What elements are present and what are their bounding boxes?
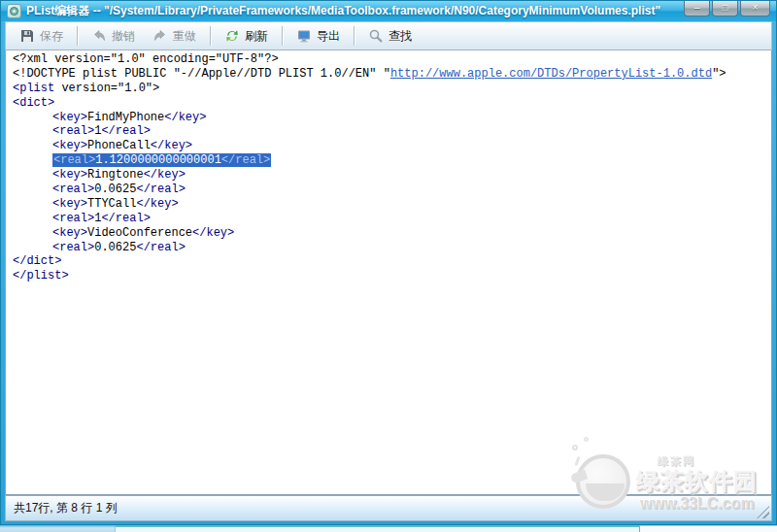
- code-segment: </plist>: [13, 269, 69, 283]
- dtd-link[interactable]: http://www.apple.com/DTDs/PropertyList-1…: [390, 67, 712, 81]
- redo-button-label: 重做: [173, 28, 196, 45]
- status-bar: 共17行, 第 8 行 1 列: [5, 495, 772, 521]
- code-line[interactable]: <key>FindMyPhone</key>: [13, 111, 771, 125]
- code-segment: Ringtone: [87, 168, 144, 182]
- export-button[interactable]: 导出: [287, 25, 349, 48]
- code-segment: <real>: [52, 183, 94, 196]
- code-segment: 0.0625: [94, 241, 136, 254]
- find-button[interactable]: 查找: [359, 25, 421, 48]
- code-segment: </real>: [136, 241, 185, 254]
- code-segment: </key>: [136, 197, 178, 211]
- code-segment: TTYCall: [87, 197, 136, 211]
- background-window-segment: [639, 525, 777, 532]
- search-icon: [368, 28, 384, 44]
- background-window-strip: [0, 525, 777, 532]
- refresh-button[interactable]: 刷新: [216, 25, 277, 48]
- code-line[interactable]: <key>Ringtone</key>: [13, 168, 771, 183]
- resize-grip[interactable]: [757, 506, 769, 518]
- redo-button[interactable]: 重做: [144, 25, 205, 48]
- plist-editor-window: PList编辑器 -- "/System/Library/PrivateFram…: [0, 0, 777, 525]
- code-segment: <plist: [13, 82, 54, 95]
- window-client-area: 保存 撤销 重做 刷新: [5, 21, 772, 521]
- code-segment: <!DOCTYPE plist PUBLIC "-//Apple//DTD PL…: [13, 67, 390, 81]
- code-line[interactable]: <real>1</real>: [13, 212, 771, 226]
- save-button-label: 保存: [40, 28, 63, 45]
- code-line-selected[interactable]: <real>1.1200000000000001</real>: [13, 153, 771, 168]
- window-controls: – □ ×: [682, 1, 770, 17]
- code-segment: <key>: [52, 168, 87, 182]
- close-button[interactable]: ×: [740, 1, 770, 17]
- status-text: 共17行, 第 8 行 1 列: [14, 500, 118, 516]
- background-window-segment: [0, 525, 115, 532]
- code-segment: <key>: [52, 226, 87, 240]
- code-line[interactable]: <real>1</real>: [13, 124, 771, 139]
- code-line[interactable]: </dict>: [13, 254, 771, 269]
- code-segment: <?xml version="1.0" encoding="UTF-8"?>: [13, 52, 279, 66]
- maximize-button[interactable]: □: [712, 1, 738, 17]
- app-icon: [7, 4, 21, 18]
- toolbar-separator: [210, 26, 211, 46]
- code-segment: <real>: [52, 124, 94, 138]
- save-button[interactable]: 保存: [11, 25, 72, 48]
- code-line[interactable]: <?xml version="1.0" encoding="UTF-8"?>: [13, 52, 771, 67]
- refresh-icon: [224, 28, 240, 44]
- toolbar-separator: [354, 26, 355, 46]
- code-segment: FindMyPhone: [87, 111, 164, 124]
- save-icon: [19, 28, 35, 44]
- code-segment: </key>: [144, 168, 186, 182]
- undo-icon: [91, 28, 107, 44]
- code-line[interactable]: <key>TTYCall</key>: [13, 197, 771, 212]
- code-line[interactable]: <dict>: [13, 96, 771, 111]
- refresh-button-label: 刷新: [245, 28, 268, 45]
- code-segment: 1.1200000000000001: [95, 153, 221, 167]
- toolbar-separator: [282, 26, 283, 46]
- minimize-button[interactable]: –: [684, 1, 710, 17]
- export-button-label: 导出: [317, 28, 340, 45]
- code-segment: <key>: [52, 111, 87, 124]
- editor-content: <?xml version="1.0" encoding="UTF-8"?><!…: [5, 50, 772, 495]
- titlebar[interactable]: PList编辑器 -- "/System/Library/PrivateFram…: [1, 1, 776, 21]
- code-segment: <key>: [52, 139, 87, 152]
- background-window-segment: [115, 525, 639, 532]
- code-line[interactable]: <real>0.0625</real>: [13, 241, 771, 255]
- code-segment: </real>: [101, 124, 150, 138]
- code-segment: PhoneCall: [87, 139, 151, 152]
- code-segment: <real>: [53, 153, 95, 167]
- code-segment: 0.0625: [94, 183, 136, 196]
- code-line[interactable]: <real>0.0625</real>: [13, 183, 771, 197]
- redo-icon: [152, 28, 168, 44]
- code-line[interactable]: <key>PhoneCall</key>: [13, 139, 771, 153]
- code-line[interactable]: <!DOCTYPE plist PUBLIC "-//Apple//DTD PL…: [13, 67, 771, 82]
- export-icon: [296, 28, 312, 44]
- code-segment: <dict>: [13, 96, 54, 110]
- code-segment: </dict>: [13, 254, 61, 268]
- code-segment: VideoConference: [87, 226, 192, 240]
- undo-button[interactable]: 撤销: [83, 25, 144, 48]
- undo-button-label: 撤销: [112, 28, 135, 45]
- code-line[interactable]: <plist version="1.0">: [13, 82, 771, 96]
- code-line[interactable]: <key>VideoConference</key>: [13, 226, 771, 241]
- code-editor[interactable]: <?xml version="1.0" encoding="UTF-8"?><!…: [13, 52, 771, 494]
- code-line[interactable]: [13, 283, 771, 298]
- gear-icon: [9, 6, 19, 17]
- code-segment: </key>: [192, 226, 234, 240]
- code-segment: </key>: [164, 111, 206, 124]
- code-segment: <key>: [52, 197, 87, 211]
- code-segment: </real>: [136, 183, 185, 196]
- code-segment: ">: [712, 67, 726, 81]
- window-title: PList编辑器 -- "/System/Library/PrivateFram…: [26, 3, 677, 19]
- find-button-label: 查找: [388, 28, 412, 45]
- code-segment: <real>: [52, 241, 94, 254]
- code-segment: </real>: [221, 153, 270, 167]
- code-segment: version="1.0">: [54, 82, 159, 95]
- code-line[interactable]: </plist>: [13, 269, 771, 283]
- toolbar-separator: [77, 26, 78, 46]
- toolbar: 保存 撤销 重做 刷新: [5, 21, 772, 50]
- code-segment: <real>: [52, 212, 94, 225]
- code-segment: </real>: [101, 212, 150, 225]
- code-segment: </key>: [151, 139, 192, 152]
